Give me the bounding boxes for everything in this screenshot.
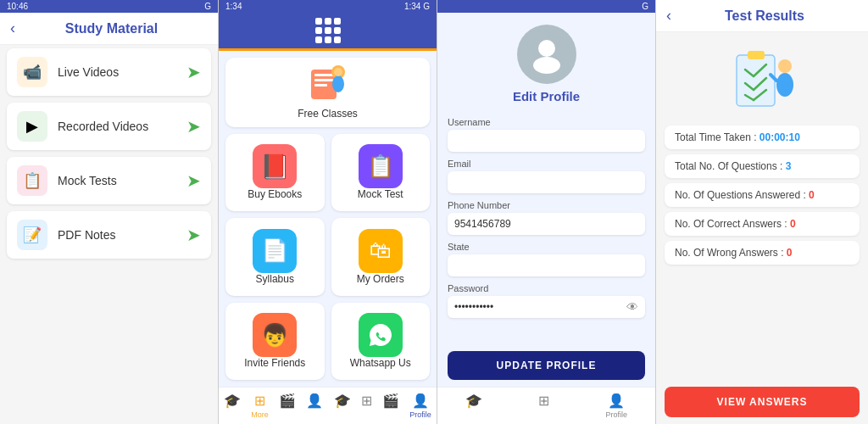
username-label: Username <box>448 117 645 127</box>
free-classes-label: Free Classes <box>298 108 358 120</box>
wrong-answers-item: No. Of Wrong Answers : 0 <box>665 241 860 265</box>
nav-recorded[interactable]: 🎬 <box>382 393 399 419</box>
state-input[interactable] <box>448 254 645 276</box>
pdf-notes-label: PDF Notes <box>58 228 186 242</box>
password-input[interactable] <box>448 296 645 318</box>
buy-ebooks-icon: 📕 <box>253 144 297 188</box>
more-grid: Free Classes 📕 Buy Ebooks 📋 Mock Test 📄 … <box>219 51 437 387</box>
bottom-nav-3: 🎓 ⊞ 👤 Profile <box>437 387 655 424</box>
recorded-nav-icon: 🎬 <box>382 393 399 409</box>
recorded-videos-item[interactable]: ▶ Recorded Videos ➤ <box>7 103 211 150</box>
free-classes-item[interactable]: Free Classes <box>225 58 430 127</box>
live-videos-arrow: ➤ <box>186 62 201 82</box>
recorded-videos-arrow: ➤ <box>186 116 201 137</box>
svg-point-8 <box>533 57 560 74</box>
recorded-videos-label: Recorded Videos <box>58 120 186 133</box>
buy-ebooks-item[interactable]: 📕 Buy Ebooks <box>225 134 325 212</box>
email-input[interactable] <box>448 171 645 193</box>
profile-label: Profile <box>409 410 431 419</box>
dots-grid-icon <box>315 18 341 43</box>
status-bar-2: 1:34 1:34 G <box>219 0 437 13</box>
total-questions-item: Total No. Of Questions : 3 <box>665 154 860 178</box>
syllabus-icon: 📄 <box>253 229 297 273</box>
test-results-panel: ‹ Test Results Total Time Taken : 00:00:… <box>656 0 868 424</box>
nav-home-3[interactable]: 🎓 <box>465 393 482 419</box>
state-label: State <box>448 242 645 252</box>
total-time-item: Total Time Taken : 00:00:10 <box>665 126 860 149</box>
phone-group: Phone Number <box>448 200 645 235</box>
password-group: Password 👁 <box>448 283 645 318</box>
whatsapp-item[interactable]: Whatsapp Us <box>331 303 431 381</box>
nav-home[interactable]: 🎓 <box>224 393 241 419</box>
clipboard-svg <box>724 42 800 119</box>
view-answers-button[interactable]: VIEW ANSWERS <box>665 387 860 417</box>
mock-tests-arrow: ➤ <box>186 170 201 191</box>
grid-nav-icon: ⊞ <box>361 393 372 409</box>
username-input[interactable] <box>448 130 645 152</box>
mock-test-icon: 📋 <box>359 144 403 188</box>
nav-profile-3[interactable]: 👤 Profile <box>605 393 627 419</box>
edit-profile-form: Username Email Phone Number State Passwo… <box>437 110 655 344</box>
more-nav-icon-3: ⊞ <box>538 393 549 409</box>
nav-grid[interactable]: ⊞ <box>361 393 372 419</box>
invite-friends-item[interactable]: 👦 Invite Friends <box>225 303 325 381</box>
mock-test-label: Mock Test <box>358 188 403 200</box>
svg-point-6 <box>334 68 342 76</box>
mock-tests-label: Mock Tests <box>58 174 186 187</box>
live-videos-icon: 📹 <box>17 57 47 87</box>
total-time-value: 00:00:10 <box>760 131 800 143</box>
profile-nav-label-3: Profile <box>605 410 627 419</box>
username-group: Username <box>448 117 645 152</box>
pdf-notes-arrow: ➤ <box>186 225 201 245</box>
more-menu-panel: 1:34 1:34 G Free Cla <box>219 0 437 424</box>
eye-icon[interactable]: 👁 <box>626 300 638 314</box>
profile-nav-icon-3: 👤 <box>608 393 625 409</box>
edit-profile-panel: G Edit Profile Username Email Phone Numb… <box>437 0 656 424</box>
status-bar-1: 10:46 G <box>0 0 218 13</box>
profile-nav-icon: 👤 <box>306 393 323 409</box>
nav-courses[interactable]: 🎓 <box>334 393 351 419</box>
nav-more-3[interactable]: ⊞ <box>538 393 549 419</box>
syllabus-label: Syllabus <box>256 273 294 285</box>
email-group: Email <box>448 159 645 193</box>
study-material-panel: 10:46 G ‹ Study Material 📹 Live Videos ➤… <box>0 0 219 424</box>
nav-profile-label[interactable]: 👤 Profile <box>409 393 431 419</box>
panel4-header: ‹ Test Results <box>656 0 868 32</box>
invite-friends-icon: 👦 <box>253 313 297 357</box>
nav-profile[interactable]: 👤 <box>306 393 323 419</box>
questions-answered-label: No. Of Questions Answered : <box>675 189 809 201</box>
mock-tests-item[interactable]: 📋 Mock Tests ➤ <box>7 157 211 204</box>
courses-nav-icon: 🎓 <box>334 393 351 409</box>
avatar-section: Edit Profile <box>437 13 655 110</box>
svg-rect-3 <box>314 84 327 86</box>
free-classes-illustration <box>303 65 353 108</box>
wrong-answers-value: 0 <box>787 247 793 259</box>
buy-ebooks-label: Buy Ebooks <box>248 188 302 200</box>
home-nav-icon: 🎓 <box>224 393 241 409</box>
svg-point-7 <box>538 40 555 57</box>
correct-answers-item: No. Of Correct Answers : 0 <box>665 212 860 236</box>
total-questions-label: Total No. Of Questions : <box>675 160 786 172</box>
invite-friends-label: Invite Friends <box>244 357 305 369</box>
correct-answers-label: No. Of Correct Answers : <box>675 218 790 230</box>
nav-videos[interactable]: 🎬 <box>279 393 296 419</box>
state-group: State <box>448 242 645 276</box>
phone-input[interactable] <box>448 213 645 235</box>
profile-label-icon: 👤 <box>412 393 429 409</box>
pdf-notes-item[interactable]: 📝 PDF Notes ➤ <box>7 211 211 259</box>
mock-test-item[interactable]: 📋 Mock Test <box>331 134 431 212</box>
svg-point-18 <box>776 73 793 97</box>
update-profile-button[interactable]: UPDATE PROFILE <box>448 351 645 380</box>
email-label: Email <box>448 159 645 169</box>
svg-point-5 <box>332 75 344 92</box>
total-questions-value: 3 <box>786 160 792 172</box>
phone-label: Phone Number <box>448 200 645 210</box>
my-orders-icon: 🛍 <box>359 229 403 273</box>
svg-rect-1 <box>314 74 333 76</box>
my-orders-item[interactable]: 🛍 My Orders <box>331 218 431 296</box>
live-videos-item[interactable]: 📹 Live Videos ➤ <box>7 48 211 96</box>
syllabus-item[interactable]: 📄 Syllabus <box>225 218 325 296</box>
my-orders-label: My Orders <box>357 273 404 285</box>
nav-more[interactable]: ⊞ More <box>251 393 269 419</box>
questions-answered-item: No. Of Questions Answered : 0 <box>665 183 860 207</box>
